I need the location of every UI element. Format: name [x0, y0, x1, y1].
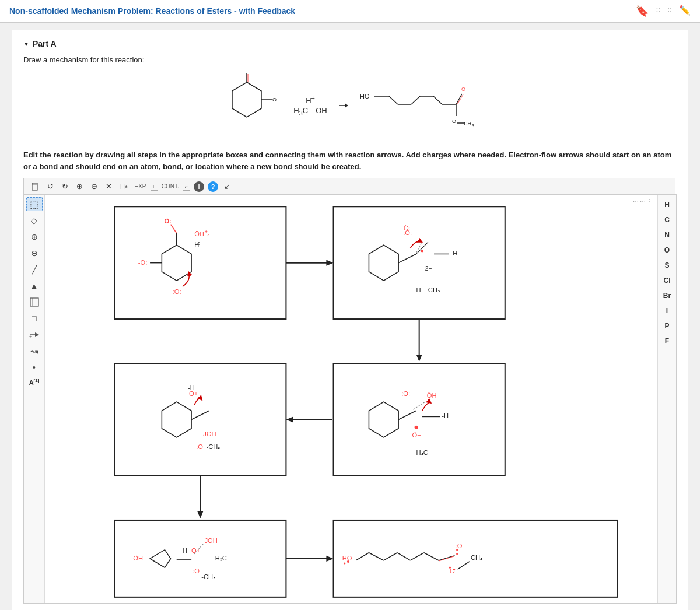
arrow-4-to-5	[197, 511, 203, 518]
redo-button[interactable]: ↻	[60, 181, 71, 192]
grid-icon[interactable]: ::	[656, 5, 660, 17]
arrow-3-to-4	[286, 416, 293, 422]
element-H[interactable]: H	[664, 199, 670, 210]
cont-button[interactable]: ⌐	[183, 183, 190, 191]
remove-atom-button[interactable]: ⊖	[89, 181, 100, 192]
bond-slash-tool[interactable]: ╱	[26, 262, 43, 276]
annotation-tool[interactable]: A[1]	[28, 377, 41, 387]
expand-button[interactable]: ↙	[222, 181, 233, 192]
svg-line-96	[439, 556, 454, 560]
svg-point-89	[344, 563, 345, 565]
mech-box-4[interactable]	[114, 363, 286, 476]
element-P[interactable]: P	[664, 321, 669, 331]
svg-point-52	[421, 250, 424, 252]
svg-marker-57	[369, 402, 398, 437]
cont-label: CONT.	[162, 183, 179, 190]
draw-instruction: Draw a mechanism for this reaction:	[23, 55, 677, 64]
svg-text:H₅C: H₅C	[215, 555, 227, 562]
svg-text:H: H	[416, 286, 421, 293]
arrow-1-to-2	[326, 260, 333, 266]
svg-marker-7	[345, 103, 348, 108]
svg-text:-H: -H	[442, 412, 449, 419]
dot-tool[interactable]: •	[26, 360, 43, 374]
svg-line-94	[410, 553, 424, 560]
svg-point-88	[347, 560, 349, 563]
edit-icon[interactable]: ✏️	[679, 5, 691, 17]
svg-text:O: O	[452, 118, 456, 124]
exp-label: EXP.	[134, 183, 147, 190]
svg-point-102	[449, 567, 451, 569]
right-toolbar: H C N O S Cl Br I P F	[657, 195, 676, 603]
element-O[interactable]: O	[664, 245, 670, 255]
svg-line-69	[191, 411, 209, 419]
mech-box-3[interactable]	[334, 363, 505, 476]
element-I[interactable]: I	[666, 306, 668, 316]
svg-text:O: O	[272, 97, 276, 103]
arrow-tool[interactable]: +	[26, 328, 43, 342]
svg-line-104	[458, 562, 470, 569]
svg-text::O: :O	[456, 542, 463, 549]
svg-text:ÖH: ÖH	[194, 230, 204, 237]
corner-decoration: ⋯⋯⋮	[633, 198, 654, 205]
info-button[interactable]: i	[194, 181, 204, 192]
svg-text::Ö:: :Ö:	[401, 390, 410, 397]
svg-line-10	[389, 96, 398, 104]
reaction-arrow	[339, 100, 348, 111]
svg-line-17	[457, 94, 463, 104]
select-button[interactable]: ✕	[103, 181, 114, 192]
curved-arrow-tool[interactable]: ↝	[26, 344, 43, 358]
svg-marker-68	[162, 402, 191, 437]
svg-text:-H: -H	[188, 384, 195, 391]
element-Br[interactable]: Br	[663, 290, 671, 301]
svg-text:Ö:: Ö:	[164, 218, 171, 225]
collapse-arrow[interactable]: ▼	[23, 41, 29, 47]
canvas-wrapper: ⬚ ◇ ⊕ ⊖ ╱ ▲ □ + ↝ • A[1] ⋯⋯⋮	[23, 194, 677, 604]
remove-minus-tool[interactable]: ⊖	[26, 246, 43, 260]
page-title[interactable]: Non-scaffolded Mechanism Problem: Reacti…	[9, 6, 295, 16]
part-header: ▼ Part A	[23, 39, 677, 48]
svg-marker-0	[232, 82, 261, 117]
rect-tool[interactable]: □	[26, 311, 43, 325]
svg-text:H: H	[183, 547, 187, 554]
exp-button[interactable]: L	[150, 183, 158, 191]
grid2-icon[interactable]: ::	[667, 5, 672, 17]
new-document-button[interactable]	[29, 181, 41, 192]
svg-text::O: :O	[196, 443, 203, 450]
svg-rect-24	[32, 183, 37, 190]
reaction-display: O O H+ H3C—OH HO O	[23, 73, 677, 138]
svg-text::Ö:: :Ö:	[173, 288, 181, 295]
svg-line-58	[398, 411, 416, 419]
svg-text:O: O	[461, 86, 466, 92]
lasso-tool[interactable]: ◇	[26, 213, 43, 227]
svg-text:-CH₃: -CH₃	[206, 443, 220, 450]
element-S[interactable]: S	[664, 260, 669, 271]
svg-line-97	[439, 556, 454, 561]
drawing-area[interactable]: ⋯⋯⋮ Ö: -Ö: H C ÖH +	[45, 195, 657, 603]
mech-box-2[interactable]	[334, 206, 505, 319]
element-Cl[interactable]: Cl	[664, 275, 671, 286]
hydrogen-button[interactable]: H±	[118, 182, 130, 191]
svg-line-90	[356, 553, 369, 560]
svg-text:₂: ₂	[207, 232, 209, 237]
svg-text:-H: -H	[450, 250, 457, 257]
svg-line-12	[411, 96, 420, 104]
select-box-tool[interactable]: ⬚	[26, 197, 43, 211]
help-button[interactable]: ?	[208, 181, 218, 192]
ester-reactant-svg: O O	[212, 73, 282, 138]
add-atom-button[interactable]: ⊕	[74, 181, 85, 192]
bookmark-icon[interactable]: 🔖	[636, 5, 649, 17]
element-C[interactable]: C	[664, 215, 670, 225]
svg-point-99	[456, 549, 458, 551]
add-plus-tool[interactable]: ⊕	[26, 230, 43, 244]
svg-line-95	[424, 553, 439, 560]
element-F[interactable]: F	[665, 336, 669, 346]
svg-text:C: C	[197, 241, 200, 246]
edit-instruction: Edit the reaction by drawing all steps i…	[23, 149, 677, 172]
svg-text:2+: 2+	[425, 265, 432, 272]
svg-text:JOH: JOH	[203, 430, 216, 437]
wedge-tool[interactable]: ▲	[26, 279, 43, 293]
undo-button[interactable]: ↺	[45, 181, 56, 192]
element-N[interactable]: N	[664, 230, 670, 240]
template-tool[interactable]	[26, 295, 43, 309]
svg-text::O: :O	[192, 567, 200, 574]
